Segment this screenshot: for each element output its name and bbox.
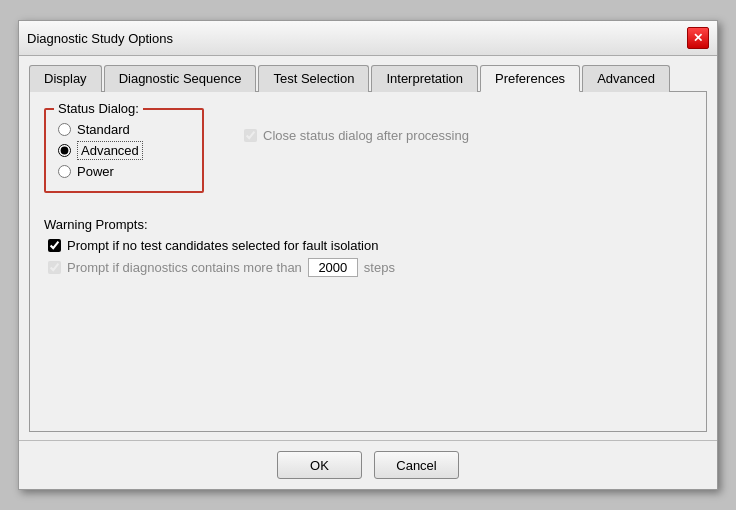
close-status-checkbox[interactable]	[244, 129, 257, 142]
radio-advanced-input[interactable]	[58, 144, 71, 157]
tab-content-preferences: Status Dialog: Standard Advanced Powe	[29, 92, 707, 432]
radio-power-label: Power	[77, 164, 114, 179]
close-status-label: Close status dialog after processing	[263, 128, 469, 143]
tab-diagnostic-sequence[interactable]: Diagnostic Sequence	[104, 65, 257, 92]
warning-checkbox-more-than[interactable]	[48, 261, 61, 274]
warning-prompts-label: Warning Prompts:	[44, 217, 692, 232]
close-status-row: Close status dialog after processing	[244, 128, 469, 143]
status-dialog-label: Status Dialog:	[54, 101, 143, 116]
warning-checkbox-no-candidates[interactable]	[48, 239, 61, 252]
status-dialog-radio-group: Standard Advanced Power	[58, 122, 190, 179]
radio-power[interactable]: Power	[58, 164, 190, 179]
radio-power-input[interactable]	[58, 165, 71, 178]
dialog: Diagnostic Study Options ✕ Display Diagn…	[18, 20, 718, 490]
top-section: Status Dialog: Standard Advanced Powe	[44, 108, 692, 207]
radio-advanced-label: Advanced	[77, 141, 143, 160]
title-bar: Diagnostic Study Options ✕	[19, 21, 717, 56]
close-button[interactable]: ✕	[687, 27, 709, 49]
tab-preferences[interactable]: Preferences	[480, 65, 580, 92]
tab-test-selection[interactable]: Test Selection	[258, 65, 369, 92]
radio-standard-label: Standard	[77, 122, 130, 137]
dialog-footer: OK Cancel	[19, 440, 717, 489]
status-dialog-group: Status Dialog: Standard Advanced Powe	[44, 108, 204, 193]
ok-button[interactable]: OK	[277, 451, 362, 479]
warning-item-more-than: Prompt if diagnostics contains more than…	[48, 258, 692, 277]
cancel-button[interactable]: Cancel	[374, 451, 459, 479]
tab-interpretation[interactable]: Interpretation	[371, 65, 478, 92]
radio-advanced[interactable]: Advanced	[58, 141, 190, 160]
warning-label-no-candidates: Prompt if no test candidates selected fo…	[67, 238, 378, 253]
steps-input[interactable]	[308, 258, 358, 277]
warning-label-more-than: Prompt if diagnostics contains more than	[67, 260, 302, 275]
tab-display[interactable]: Display	[29, 65, 102, 92]
radio-standard[interactable]: Standard	[58, 122, 190, 137]
radio-standard-input[interactable]	[58, 123, 71, 136]
dialog-title: Diagnostic Study Options	[27, 31, 173, 46]
tab-advanced[interactable]: Advanced	[582, 65, 670, 92]
warning-item-no-candidates: Prompt if no test candidates selected fo…	[48, 238, 692, 253]
steps-label: steps	[364, 260, 395, 275]
close-icon: ✕	[693, 31, 703, 45]
warning-prompts-section: Warning Prompts: Prompt if no test candi…	[44, 217, 692, 277]
dialog-body: Display Diagnostic Sequence Test Selecti…	[19, 56, 717, 440]
tab-bar: Display Diagnostic Sequence Test Selecti…	[29, 64, 707, 92]
